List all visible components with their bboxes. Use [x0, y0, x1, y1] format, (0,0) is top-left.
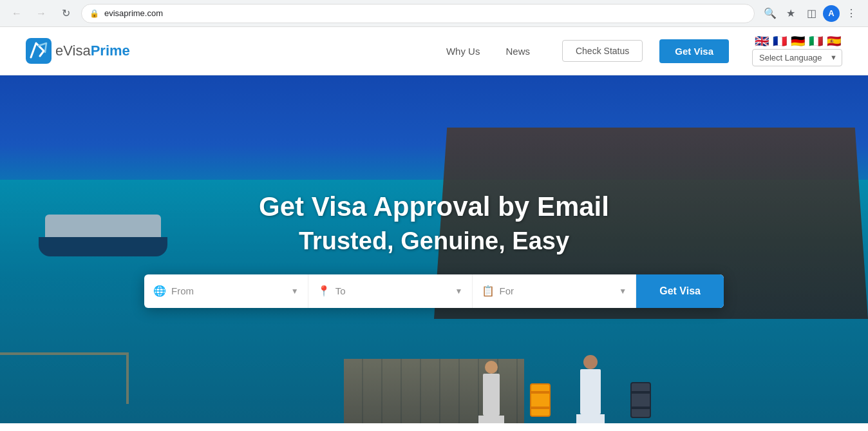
back-button[interactable]: ←	[8, 5, 26, 23]
get-visa-nav-button[interactable]: Get Visa	[659, 39, 729, 63]
security-icon: 🔒	[90, 9, 99, 18]
to-arrow: ▼	[455, 287, 463, 296]
from-field: 🌐 From ▼	[144, 274, 308, 308]
search-bar: 🌐 From ▼ 📍 To ▼ 📋 For ▼	[144, 274, 724, 308]
flag-en[interactable]: 🇬🇧	[755, 36, 770, 46]
browser-chrome: ← → ↻ 🔒 evisaprime.com 🔍 ★ ◫ A ⋮	[0, 0, 868, 27]
person-2	[576, 355, 605, 423]
svg-rect-0	[26, 38, 52, 64]
lang-select-wrapper: Select Language English French German It…	[752, 49, 842, 66]
bookmark-button[interactable]: ★	[782, 5, 800, 23]
hero-title-line2: Trusted, Genuine, Easy	[259, 227, 609, 255]
logo-icon	[26, 38, 52, 64]
url-text: evisaprime.com	[104, 8, 163, 18]
search-button[interactable]: 🔍	[761, 5, 779, 23]
below-fold: Most Requested Visa	[0, 423, 868, 431]
nav-news[interactable]: News	[505, 46, 530, 57]
hero-content: Get Visa Approval by Email Trusted, Genu…	[259, 191, 609, 254]
forward-button[interactable]: →	[32, 5, 50, 23]
luggage-dark	[630, 382, 651, 418]
navbar: eVisaPrime Why Us News Check Status Get …	[0, 27, 868, 75]
nav-links: Why Us News	[446, 46, 530, 57]
profile-avatar[interactable]: A	[823, 5, 840, 22]
most-requested-title: Most Requested Visa	[0, 423, 868, 431]
calendar-icon: 📋	[482, 285, 495, 297]
from-select[interactable]: From	[171, 285, 286, 296]
language-selector: 🇬🇧 🇫🇷 🇩🇪 🇮🇹 🇪🇸 Select Language English F…	[752, 36, 842, 66]
to-field: 📍 To ▼	[308, 274, 473, 308]
reload-button[interactable]: ↻	[57, 5, 75, 23]
extensions-button[interactable]: ◫	[802, 5, 820, 23]
address-bar[interactable]: 🔒 evisaprime.com	[81, 4, 755, 23]
for-select[interactable]: For	[500, 285, 614, 296]
logo-evisa: eVisa	[55, 43, 91, 59]
for-field: 📋 For ▼	[473, 274, 637, 308]
check-status-button[interactable]: Check Status	[562, 40, 643, 62]
browser-toolbar: 🔍 ★ ◫ A ⋮	[761, 5, 860, 23]
person-1	[478, 361, 504, 423]
flag-it[interactable]: 🇮🇹	[809, 36, 824, 46]
flag-es[interactable]: 🇪🇸	[827, 36, 842, 46]
location-icon: 📍	[317, 285, 330, 297]
language-select[interactable]: Select Language English French German It…	[752, 49, 842, 66]
logo[interactable]: eVisaPrime	[26, 38, 130, 64]
get-visa-search-button[interactable]: Get Visa	[636, 274, 724, 308]
luggage-yellow	[530, 383, 551, 417]
flag-fr[interactable]: 🇫🇷	[773, 36, 788, 46]
logo-prime: Prime	[91, 43, 130, 59]
nav-why-us[interactable]: Why Us	[446, 46, 480, 57]
flag-de[interactable]: 🇩🇪	[791, 36, 806, 46]
website: eVisaPrime Why Us News Check Status Get …	[0, 27, 868, 431]
menu-button[interactable]: ⋮	[842, 5, 860, 23]
to-select[interactable]: To	[335, 285, 450, 296]
flag-row: 🇬🇧 🇫🇷 🇩🇪 🇮🇹 🇪🇸	[755, 36, 842, 46]
hero-title-line1: Get Visa Approval by Email	[259, 191, 609, 223]
logo-text: eVisaPrime	[55, 43, 130, 59]
people-group	[478, 355, 651, 423]
hero-section: Get Visa Approval by Email Trusted, Genu…	[0, 75, 868, 423]
from-arrow: ▼	[291, 287, 299, 296]
globe-icon: 🌐	[153, 285, 166, 297]
for-arrow: ▼	[619, 287, 627, 296]
